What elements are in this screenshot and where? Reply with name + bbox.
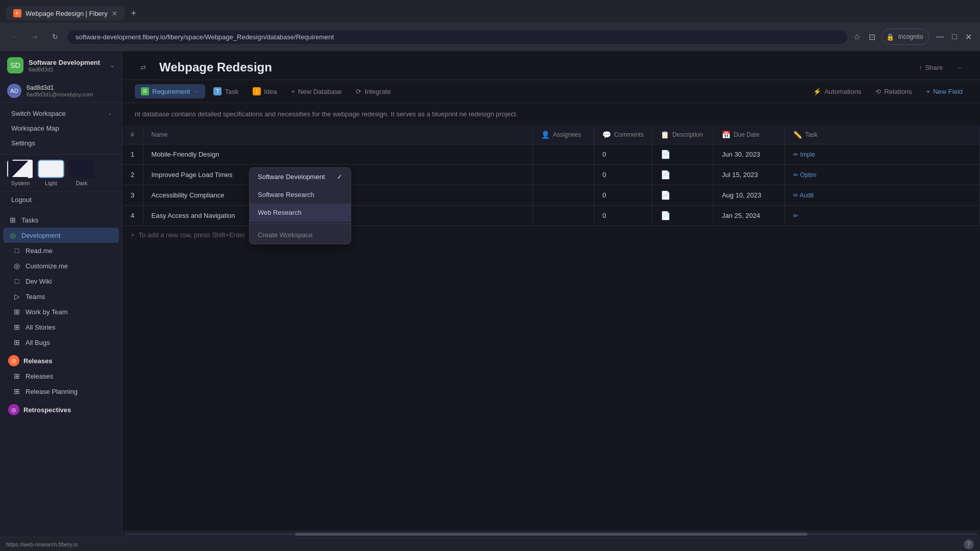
- user-info: 6ad8d3d1 6ad8d3d1@moodyjoy.com: [27, 84, 93, 97]
- integrate-button[interactable]: ⟳ Integrate: [350, 85, 397, 98]
- theme-dark[interactable]: Dark: [68, 160, 95, 186]
- close-tab-button[interactable]: ✕: [112, 10, 117, 17]
- table-row[interactable]: 3 Accessibility Compliance 0 📄 Aug 10, 2…: [122, 185, 980, 205]
- row-assignees[interactable]: [533, 144, 594, 164]
- development-icon: ◎: [8, 231, 17, 240]
- profile-icon[interactable]: 🔒 Incognito: [881, 29, 930, 45]
- reload-button[interactable]: ↻: [47, 29, 63, 45]
- settings-button[interactable]: Settings: [7, 136, 115, 150]
- table-row[interactable]: 4 Easy Access and Navigation 0 📄 Jan 25,…: [122, 205, 980, 226]
- retro-group-header[interactable]: ◎ Retrospectives: [3, 399, 119, 417]
- allstories-label: All Stories: [26, 323, 56, 331]
- sidebar-item-devwiki[interactable]: □ Dev Wiki: [7, 273, 119, 289]
- theme-options: System Light Dark: [7, 160, 115, 186]
- col-header-assignees[interactable]: 👤 Assignees: [533, 126, 594, 144]
- address-bar[interactable]: software-development.fibery.io/fibery/sp…: [67, 30, 847, 44]
- devwiki-label: Dev Wiki: [26, 278, 52, 285]
- share-button[interactable]: ↑ Share: [914, 61, 948, 74]
- user-email: 6ad8d3d1@moodyjoy.com: [27, 91, 93, 97]
- col-header-duedate[interactable]: 📅 Due Date: [714, 126, 785, 144]
- new-tab-button[interactable]: +: [127, 6, 141, 20]
- row-assignees[interactable]: [533, 205, 594, 226]
- integrate-label: Integrate: [364, 88, 390, 95]
- browser-tab-active[interactable]: F Webpage Redesign | Fibery ✕: [6, 6, 125, 20]
- sidebar-item-allbugs[interactable]: ⊞ All Bugs: [7, 335, 119, 350]
- table-row[interactable]: 2 Improved Page Load Times 0 📄 Jul 15, 2…: [122, 164, 980, 185]
- sidebar-item-tasks[interactable]: ⊞ Tasks: [3, 212, 119, 228]
- col-header-name[interactable]: Name: [143, 126, 533, 144]
- sidebar-item-customize[interactable]: ◎ Customize.me: [7, 258, 119, 273]
- tab-task[interactable]: T Task: [207, 84, 244, 98]
- sidebar-item-teams[interactable]: ▷ Teams: [7, 289, 119, 304]
- tab-idea[interactable]: I Idea: [247, 84, 283, 98]
- help-button[interactable]: ?: [964, 539, 974, 549]
- sidebar-item-development[interactable]: ◎ Development: [3, 228, 119, 243]
- task-col-icon: ✏️: [793, 131, 802, 139]
- table-row[interactable]: 1 Mobile-Friendly Design 0 📄 Jun 30, 202…: [122, 144, 980, 164]
- row-name[interactable]: Improved Page Load Times: [143, 164, 533, 185]
- add-row-button[interactable]: + To add a new row, press Shift+Enter: [122, 226, 980, 244]
- row-comments: 0: [594, 185, 652, 205]
- theme-system-swatch: [7, 160, 34, 178]
- incognito-label: Incognito: [896, 31, 925, 42]
- row-assignees[interactable]: [533, 185, 594, 205]
- more-options-button[interactable]: ···: [952, 61, 968, 74]
- workspace-id: 6ad8d3d1: [29, 66, 105, 72]
- back-button[interactable]: ←: [6, 29, 22, 45]
- releases-icon: ⊞: [12, 371, 21, 381]
- workspace-map-button[interactable]: Workspace Map: [7, 121, 115, 135]
- row-name[interactable]: Accessibility Compliance: [143, 185, 533, 205]
- sidebar-item-releaseplanning[interactable]: ⊞ Release Planning: [7, 384, 119, 399]
- theme-system-label: System: [11, 180, 30, 186]
- requirement-tab-more-icon[interactable]: ···: [194, 88, 199, 95]
- row-assignees[interactable]: [533, 164, 594, 185]
- development-label: Development: [21, 232, 61, 239]
- toolbar: ⇄ Webpage Redesign ↑ Share ···: [122, 51, 980, 80]
- requirement-tab-icon: R: [141, 87, 149, 95]
- sidebar-item-releases[interactable]: ⊞ Releases: [7, 368, 119, 384]
- tab-requirement[interactable]: R Requirement ···: [135, 84, 205, 98]
- add-row-hint: To add a new row, press Shift+Enter: [139, 231, 245, 239]
- theme-system[interactable]: System: [7, 160, 34, 186]
- sidebar-item-workbyteam[interactable]: ⊞ Work by Team: [7, 304, 119, 319]
- col-header-comments[interactable]: 💬 Comments: [594, 126, 652, 144]
- share-label: Share: [925, 64, 943, 71]
- col-header-description[interactable]: 📋 Description: [652, 126, 714, 144]
- customize-icon: ◎: [12, 261, 21, 270]
- releases-group-header[interactable]: ◎ Releases: [3, 350, 119, 368]
- logout-button[interactable]: Logout: [0, 192, 122, 208]
- scroll-track: [125, 533, 978, 536]
- back-nav-icon[interactable]: ⇄: [135, 59, 151, 76]
- readme-label: Read.me: [26, 247, 53, 255]
- bookmark-star-icon[interactable]: ☆: [851, 30, 863, 44]
- new-field-button[interactable]: + New Field: [921, 85, 968, 98]
- relations-button[interactable]: ⟲ Relations: [870, 85, 917, 98]
- theme-dark-swatch: [68, 160, 95, 178]
- switch-workspace-button[interactable]: Switch Workspace ›: [7, 107, 115, 120]
- window-minimize-icon[interactable]: —: [934, 30, 946, 43]
- automations-button[interactable]: ⚡ Automations: [808, 85, 866, 98]
- row-name[interactable]: Mobile-Friendly Design: [143, 144, 533, 164]
- window-maximize-icon[interactable]: □: [950, 30, 959, 43]
- row-description: 📄: [652, 205, 714, 226]
- browser-controls: ← → ↻ software-development.fibery.io/fib…: [0, 22, 980, 51]
- automations-label: Automations: [824, 88, 861, 95]
- col-header-task[interactable]: ✏️ Task: [785, 126, 980, 144]
- releases-subnav: ⊞ Releases ⊞ Release Planning: [3, 368, 119, 399]
- row-name[interactable]: Easy Access and Navigation: [143, 205, 533, 226]
- theme-light[interactable]: Light: [38, 160, 64, 186]
- assignees-col-icon: 👤: [541, 131, 550, 139]
- workspace-header[interactable]: SD Software Development 6ad8d3d1 ⌄: [0, 51, 122, 80]
- horizontal-scrollbar[interactable]: [122, 531, 980, 537]
- releases-label: Releases: [26, 372, 53, 380]
- new-database-label: New Database: [298, 88, 341, 95]
- teams-label: Teams: [26, 293, 45, 300]
- page-description: nt database contains detailed specificat…: [122, 103, 980, 126]
- tablet-view-icon[interactable]: ⊡: [867, 30, 877, 44]
- sidebar-item-allstories[interactable]: ⊞ All Stories: [7, 319, 119, 335]
- tasks-label: Tasks: [21, 216, 38, 224]
- forward-button[interactable]: →: [27, 29, 43, 45]
- new-database-button[interactable]: + New Database: [285, 85, 348, 98]
- sidebar-item-readme[interactable]: □ Read.me: [7, 243, 119, 258]
- window-close-icon[interactable]: ✕: [963, 30, 974, 44]
